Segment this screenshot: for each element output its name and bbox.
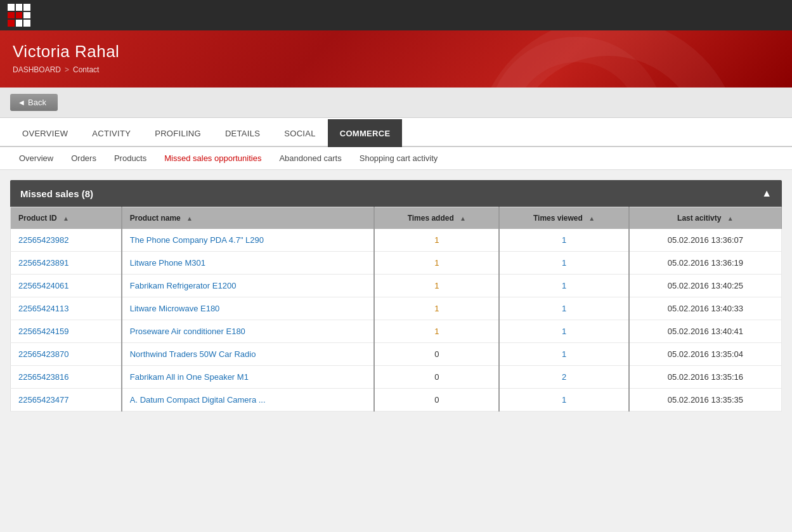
subtab-abandoned-carts[interactable]: Abandoned carts — [270, 147, 350, 169]
cell-times-viewed: 1 — [499, 297, 629, 320]
cell-times-viewed: 1 — [499, 389, 629, 412]
cell-last-activity: 05.02.2016 13:36:19 — [629, 252, 782, 275]
col-header-times-viewed[interactable]: Times viewed ▲ — [499, 207, 629, 230]
subtab-shopping-cart-activity[interactable]: Shopping cart activity — [351, 147, 447, 169]
table-row: 22565423870Northwind Traders 50W Car Rad… — [11, 343, 782, 366]
cell-times-viewed: 1 — [499, 320, 629, 343]
cell-product-id[interactable]: 22565423982 — [11, 229, 122, 252]
cell-product-name[interactable]: Fabrikam All in One Speaker M1 — [122, 366, 375, 389]
col-header-product-name[interactable]: Product name ▲ — [122, 207, 375, 230]
cell-product-name[interactable]: Proseware Air conditioner E180 — [122, 320, 375, 343]
col-header-product-id[interactable]: Product ID ▲ — [11, 207, 122, 230]
header-banner: Victoria Rahal DASHBOARD > Contact — [0, 30, 792, 88]
cell-product-id[interactable]: 22565423891 — [11, 252, 122, 275]
cell-last-activity: 05.02.2016 13:35:16 — [629, 366, 782, 389]
collapse-button[interactable]: ▲ — [762, 188, 772, 199]
subtab-orders[interactable]: Orders — [62, 147, 105, 169]
table-header-row: Product ID ▲ Product name ▲ Times added … — [11, 207, 782, 230]
logo-cell-2 — [16, 4, 23, 11]
cell-times-added: 1 — [374, 252, 499, 275]
top-navigation-bar — [0, 0, 792, 30]
tab-profiling[interactable]: PROFILING — [143, 119, 213, 147]
cell-times-viewed: 1 — [499, 275, 629, 297]
cell-product-id[interactable]: 22565423477 — [11, 389, 122, 412]
logo-cell-9 — [23, 20, 30, 27]
cell-times-viewed: 1 — [499, 343, 629, 366]
col-header-times-added[interactable]: Times added ▲ — [374, 207, 499, 230]
tab-overview[interactable]: OVERVIEW — [10, 119, 80, 147]
breadcrumb-home[interactable]: DASHBOARD — [13, 65, 61, 74]
logo-cell-1 — [8, 4, 15, 11]
cell-last-activity: 05.02.2016 13:36:07 — [629, 229, 782, 252]
subtab-overview[interactable]: Overview — [10, 147, 62, 169]
cell-product-name[interactable]: The Phone Company PDA 4.7" L290 — [122, 229, 375, 252]
cell-product-name[interactable]: Fabrikam Refrigerator E1200 — [122, 275, 375, 297]
subtab-products[interactable]: Products — [105, 147, 155, 169]
cell-times-added: 1 — [374, 275, 499, 297]
logo-cell-7 — [8, 20, 15, 27]
breadcrumb-separator: > — [65, 65, 69, 74]
cell-product-id[interactable]: 22565424113 — [11, 297, 122, 320]
logo-cell-8 — [16, 20, 23, 27]
cell-times-added: 0 — [374, 343, 499, 366]
cell-last-activity: 05.02.2016 13:40:25 — [629, 275, 782, 297]
table-row: 22565424061Fabrikam Refrigerator E120011… — [11, 275, 782, 297]
sort-icon-last-activity: ▲ — [727, 215, 734, 222]
back-button[interactable]: Back — [10, 94, 58, 111]
cell-last-activity: 05.02.2016 13:40:33 — [629, 297, 782, 320]
section-header: Missed sales (8) ▲ — [10, 180, 782, 207]
section-title: Missed sales (8) — [20, 188, 93, 199]
cell-product-id[interactable]: 22565424061 — [11, 275, 122, 297]
app-logo[interactable] — [8, 4, 30, 27]
logo-cell-6 — [23, 12, 30, 19]
table-row: 22565423891Litware Phone M3011105.02.201… — [11, 252, 782, 275]
sort-icon-product-name: ▲ — [186, 215, 193, 222]
cell-times-added: 0 — [374, 366, 499, 389]
logo-cell-4 — [8, 12, 15, 19]
table-row: 22565423982The Phone Company PDA 4.7" L2… — [11, 229, 782, 252]
back-button-area: Back — [0, 88, 792, 118]
cell-product-name[interactable]: Litware Phone M301 — [122, 252, 375, 275]
table-row: 22565424159Proseware Air conditioner E18… — [11, 320, 782, 343]
cell-times-added: 1 — [374, 320, 499, 343]
cell-product-name[interactable]: A. Datum Compact Digital Camera ... — [122, 389, 375, 412]
table-row: 22565424113Litware Microwave E1801105.02… — [11, 297, 782, 320]
tab-commerce[interactable]: COMMERCE — [328, 119, 403, 147]
cell-product-name[interactable]: Northwind Traders 50W Car Radio — [122, 343, 375, 366]
cell-last-activity: 05.02.2016 13:35:04 — [629, 343, 782, 366]
table-row: 22565423477A. Datum Compact Digital Came… — [11, 389, 782, 412]
cell-times-viewed: 1 — [499, 252, 629, 275]
breadcrumb: DASHBOARD > Contact — [13, 65, 779, 74]
logo-cell-5 — [16, 12, 23, 19]
col-header-last-activity[interactable]: Last acitivty ▲ — [629, 207, 782, 230]
sort-icon-times-viewed: ▲ — [588, 215, 595, 222]
cell-product-id[interactable]: 22565423816 — [11, 366, 122, 389]
cell-product-id[interactable]: 22565423870 — [11, 343, 122, 366]
table-row: 22565423816Fabrikam All in One Speaker M… — [11, 366, 782, 389]
logo-cell-3 — [23, 4, 30, 11]
cell-times-viewed: 2 — [499, 366, 629, 389]
cell-times-added: 0 — [374, 389, 499, 412]
cell-last-activity: 05.02.2016 13:40:41 — [629, 320, 782, 343]
cell-last-activity: 05.02.2016 13:35:35 — [629, 389, 782, 412]
cell-times-viewed: 1 — [499, 229, 629, 252]
tab-activity[interactable]: ACTIVITY — [80, 119, 143, 147]
cell-product-name[interactable]: Litware Microwave E180 — [122, 297, 375, 320]
cell-product-id[interactable]: 22565424159 — [11, 320, 122, 343]
tab-social[interactable]: SOCIAL — [272, 119, 327, 147]
sort-icon-times-added: ▲ — [460, 215, 466, 222]
cell-times-added: 1 — [374, 297, 499, 320]
tab-details[interactable]: DETAILS — [213, 119, 272, 147]
page-title: Victoria Rahal — [13, 42, 779, 62]
subtab-missed-sales[interactable]: Missed sales opportunities — [155, 147, 270, 169]
sub-tabs: Overview Orders Products Missed sales op… — [0, 147, 792, 170]
sort-icon-product-id: ▲ — [63, 215, 69, 222]
cell-times-added: 1 — [374, 229, 499, 252]
missed-sales-table: Product ID ▲ Product name ▲ Times added … — [10, 207, 782, 412]
main-tabs: OVERVIEW ACTIVITY PROFILING DETAILS SOCI… — [0, 118, 792, 147]
breadcrumb-current: Contact — [73, 65, 99, 74]
main-content: Missed sales (8) ▲ Product ID ▲ Product … — [0, 170, 792, 422]
